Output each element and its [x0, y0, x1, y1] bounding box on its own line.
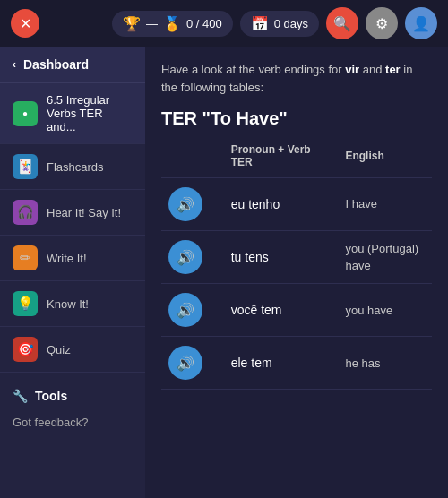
sidebar-item-flashcards[interactable]: 🃏 Flashcards: [0, 144, 145, 190]
pronoun-text: você tem: [231, 303, 282, 317]
pronoun-text: tu tens: [231, 250, 269, 264]
pronoun-cell: ele tem: [224, 336, 339, 390]
settings-button[interactable]: ⚙: [366, 7, 398, 39]
audio-cell: 🔊: [161, 336, 224, 390]
days-pill: 📅 0 days: [240, 11, 319, 37]
content-area: Have a look at the verb endings for vir …: [145, 47, 448, 498]
score-separator: —: [146, 17, 158, 30]
sidebar-item-quiz[interactable]: 🎯 Quiz: [0, 327, 145, 373]
audio-button[interactable]: 🔊: [168, 346, 202, 380]
dashboard-button[interactable]: ‹ Dashboard: [0, 47, 145, 83]
col3-header: English: [338, 143, 432, 177]
sidebar: ‹ Dashboard ● 6.5 Irregular Verbs TER an…: [0, 47, 145, 498]
table-row: 🔊eu tenhoI have: [161, 177, 432, 230]
verb2: ter: [385, 63, 401, 76]
audio-button[interactable]: 🔊: [168, 293, 202, 327]
write-it-icon: ✏: [13, 245, 38, 270]
avatar-button[interactable]: 👤: [405, 7, 437, 39]
pronoun-cell: eu tenho: [224, 177, 339, 230]
intro-text-middle: and: [359, 63, 385, 76]
english-cell: he has: [338, 336, 432, 390]
intro-paragraph: Have a look at the verb endings for vir …: [161, 61, 432, 96]
trophy-icon: 🏆: [123, 15, 141, 32]
search-button[interactable]: 🔍: [326, 7, 358, 39]
table-row: 🔊ele temhe has: [161, 336, 432, 390]
verb1: vir: [345, 63, 359, 76]
col2-header: Pronoun + Verb TER: [224, 143, 339, 177]
intro-text-plain: Have a look at the verb endings for: [161, 63, 345, 76]
main-layout: ‹ Dashboard ● 6.5 Irregular Verbs TER an…: [0, 47, 448, 498]
english-text: you (Portugal) have: [345, 242, 418, 272]
avatar-icon: 👤: [412, 15, 430, 32]
calendar-icon: 📅: [251, 15, 269, 32]
tools-label: Tools: [35, 389, 67, 403]
tools-title: 🔧 Tools: [13, 389, 133, 403]
back-chevron-icon: ‹: [13, 58, 16, 71]
topbar: ✕ 🏆 — 🏅 0 / 400 📅 0 days 🔍 ⚙ 👤: [0, 0, 448, 47]
sidebar-item-label: Quiz: [47, 343, 71, 356]
flashcards-icon: 🃏: [13, 154, 38, 179]
close-button[interactable]: ✕: [11, 9, 39, 38]
quiz-icon: 🎯: [13, 337, 38, 362]
audio-cell: 🔊: [161, 177, 224, 230]
english-cell: you (Portugal) have: [338, 230, 432, 283]
pronoun-text: eu tenho: [231, 197, 280, 211]
pronoun-text: ele tem: [231, 356, 272, 370]
english-cell: you have: [338, 283, 432, 336]
col1-header: [161, 143, 224, 177]
gear-icon: ⚙: [375, 15, 388, 32]
know-it-icon: 💡: [13, 291, 38, 316]
pronoun-cell: você tem: [224, 283, 339, 336]
score-pill: 🏆 — 🏅 0 / 400: [112, 11, 233, 37]
search-icon: 🔍: [333, 15, 351, 32]
irregular-verbs-icon: ●: [13, 101, 38, 126]
english-text: I have: [345, 197, 376, 210]
sidebar-item-know-it[interactable]: 💡 Know It!: [0, 281, 145, 327]
sidebar-item-hear-it-say-it[interactable]: 🎧 Hear It! Say It!: [0, 190, 145, 236]
verb-table: Pronoun + Verb TER English 🔊eu tenhoI ha…: [161, 143, 432, 390]
audio-button[interactable]: 🔊: [168, 187, 202, 221]
audio-button[interactable]: 🔊: [168, 240, 202, 274]
dashboard-label: Dashboard: [23, 57, 89, 72]
medal-icon: 🏅: [163, 15, 181, 32]
sidebar-item-label: Know It!: [47, 297, 89, 311]
pronoun-cell: tu tens: [224, 230, 339, 283]
sidebar-item-label: Hear It! Say It!: [47, 206, 121, 219]
sidebar-item-label: Flashcards: [47, 160, 104, 174]
tools-section: 🔧 Tools Got feedback?: [0, 376, 145, 440]
sidebar-item-label: Write It!: [47, 252, 87, 265]
tools-icon: 🔧: [13, 389, 28, 403]
days-value: 0 days: [274, 17, 308, 30]
close-icon: ✕: [20, 15, 31, 32]
audio-cell: 🔊: [161, 230, 224, 283]
section-title: TER "To Have": [161, 108, 432, 129]
feedback-link[interactable]: Got feedback?: [13, 410, 133, 434]
sidebar-item-label: 6.5 Irregular Verbs TER and...: [47, 93, 133, 133]
english-text: you have: [345, 304, 392, 317]
table-row: 🔊tu tensyou (Portugal) have: [161, 230, 432, 283]
sidebar-item-write-it[interactable]: ✏ Write It!: [0, 236, 145, 281]
score-value: 0 / 400: [186, 17, 222, 30]
english-text: he has: [345, 356, 380, 370]
english-cell: I have: [338, 177, 432, 230]
table-row: 🔊você temyou have: [161, 283, 432, 336]
sidebar-item-irregular-verbs[interactable]: ● 6.5 Irregular Verbs TER and...: [0, 83, 145, 144]
audio-cell: 🔊: [161, 283, 224, 336]
hear-it-icon: 🎧: [13, 200, 38, 225]
